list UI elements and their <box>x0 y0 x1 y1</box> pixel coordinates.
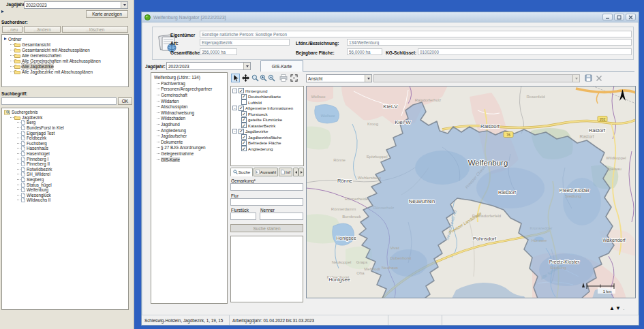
layer-item-row[interactable]: ✓Deutschlandkarte <box>231 94 303 100</box>
chevron-down-icon[interactable] <box>243 63 250 69</box>
print-button[interactable] <box>279 74 288 82</box>
tab-info[interactable]: Inf <box>279 168 292 176</box>
expand-box-icon[interactable]: - <box>232 106 237 110</box>
layer-checkbox[interactable]: ✓ <box>241 117 247 123</box>
result-tree-item[interactable]: SH_Wilderei <box>2 172 128 177</box>
tab-suche[interactable]: Suche <box>230 168 253 176</box>
flurstueck-input[interactable] <box>230 213 256 220</box>
nav-tree-item[interactable]: Dokumente <box>151 139 227 145</box>
nav-tree-item[interactable]: Wildschaden <box>151 116 227 122</box>
suche-starten-button[interactable]: Suche starten <box>230 224 303 232</box>
tab-scroll-right-button[interactable] <box>298 168 304 176</box>
result-tree-root[interactable]: Suchergebnis <box>2 110 128 115</box>
art-field[interactable] <box>200 39 290 46</box>
view-select-combo-disabled[interactable] <box>373 74 580 82</box>
layer-group-row[interactable]: -✓Jagdbezirke <box>231 129 303 135</box>
layer-item-row[interactable]: Luftbild <box>231 99 303 106</box>
nav-tree-item[interactable]: Gemeinschaft <box>151 92 227 98</box>
layer-group-row[interactable]: -✓Hintergrund <box>231 88 303 94</box>
maximize-button[interactable] <box>614 14 624 20</box>
arrow-up-icon[interactable]: ▲ <box>609 305 615 311</box>
flur-input[interactable] <box>230 198 303 206</box>
nav-tree-item[interactable]: Pachtvertrag <box>151 80 227 87</box>
result-tree-item[interactable]: Berg <box>2 120 128 125</box>
layer-item-row[interactable]: ✓Flurstueck <box>231 111 303 117</box>
result-tree-item[interactable]: Pinneberg I <box>2 156 128 161</box>
layer-item-row[interactable]: ✓geteilte Flurstücke <box>231 117 303 123</box>
nav-tree-item[interactable]: § 27 BJG Anordnungen <box>151 145 227 151</box>
full-extent-button[interactable] <box>290 74 298 82</box>
nav-tree-item[interactable]: Jagdaufseher <box>151 133 227 139</box>
aendern-button[interactable]: ...ändern <box>24 26 61 33</box>
folder-tree-item[interactable]: Alle Gemeinschaften mit Abschussplänen <box>2 58 128 63</box>
nav-tree-item[interactable]: GIS-Karte <box>151 157 227 163</box>
ansicht-combo[interactable]: Ansicht <box>306 74 372 82</box>
window-jagdjahr-combo[interactable]: 2022/2023 <box>166 62 251 70</box>
zoom-out-tool-button[interactable] <box>267 74 276 82</box>
folder-tree-item[interactable]: Alle Gemeinschaften <box>2 52 128 58</box>
layer-checkbox[interactable]: ✓ <box>241 94 247 99</box>
folder-tree-item[interactable]: Gesamtansicht mit Abschussplänen <box>2 47 128 52</box>
search-results-listbox[interactable] <box>230 236 303 302</box>
nav-tree-root[interactable]: Welfenburg (Lfdnr.: 134) <box>151 74 227 80</box>
chevron-down-icon[interactable] <box>365 75 371 82</box>
delete-view-button[interactable] <box>594 74 603 82</box>
record-nav-arrows[interactable]: ▲▼ . <box>609 305 625 311</box>
folder-tree-root[interactable]: Ordner <box>2 36 128 42</box>
sidebar-jagdjahr-combo[interactable]: 2022/2023 <box>24 1 128 9</box>
gesamtflaeche-field[interactable] <box>200 48 237 55</box>
pan-tool-button[interactable] <box>241 74 250 82</box>
neu-button[interactable]: ...neu <box>2 26 22 33</box>
layer-checkbox[interactable]: ✓ <box>239 129 244 134</box>
gis-map[interactable]: 20276 WellseeRaisdorferholzKroogRosenfel… <box>306 86 636 298</box>
layer-checkbox[interactable]: ✓ <box>241 146 247 151</box>
nenner-input[interactable] <box>260 213 303 220</box>
result-tree-item[interactable]: Rotwildbezirk <box>2 167 128 172</box>
bejagbare-field[interactable] <box>347 48 382 55</box>
result-tree-item[interactable]: Pinneberg II <box>2 161 128 167</box>
result-tree-item[interactable]: Fuchsberg <box>2 141 128 146</box>
layer-checkbox[interactable]: ✓ <box>241 123 247 128</box>
tab-auswahl[interactable]: Auswahl <box>254 168 278 176</box>
folder-tree-item[interactable]: Alle Jagdbezirke mit Abschussplänen <box>2 69 128 74</box>
nav-tree-item[interactable]: Abschussplan <box>151 104 227 110</box>
layer-checkbox[interactable]: ✓ <box>241 140 247 146</box>
nav-tree-item[interactable]: Wildarten <box>151 98 227 104</box>
result-tree-folder[interactable]: Jagdbezirk <box>2 115 128 121</box>
ok-button[interactable]: OK <box>118 97 132 105</box>
nav-tree-item[interactable]: Wildnachweisung <box>151 110 227 116</box>
nav-tree-item[interactable]: Jagdhund <box>151 121 227 127</box>
layer-item-row[interactable]: ✓Befriedete Fläche <box>231 140 303 146</box>
layer-checkbox[interactable]: ✓ <box>241 111 247 116</box>
tab-gis-karte[interactable]: GIS-Karte <box>260 60 303 72</box>
layer-checkbox[interactable]: ✓ <box>239 106 244 111</box>
loeschen-button[interactable]: ...löschen <box>62 26 128 33</box>
expand-box-icon[interactable]: - <box>232 129 237 134</box>
result-tree-item[interactable]: Status_hügel <box>2 182 128 187</box>
layer-checkbox[interactable] <box>241 99 247 105</box>
karte-anzeigen-button[interactable]: Karte anzeigen <box>86 10 128 18</box>
suchbegriff-input[interactable] <box>1 97 117 105</box>
nav-tree-item[interactable]: Personen/Ansprechpartner <box>151 87 227 93</box>
nav-tree-item[interactable]: Gelegeentnahme <box>151 151 227 157</box>
result-tree-item[interactable]: Hasenhügel <box>2 151 128 157</box>
result-tree-item[interactable]: Wiesenglück <box>2 193 128 198</box>
layer-group-row[interactable]: -✓Allgemeine Informationen <box>231 106 303 112</box>
result-tree-item[interactable]: Siegberg <box>2 177 128 183</box>
select-tool-button[interactable] <box>231 74 240 82</box>
result-tree-item[interactable]: Hasenhaus <box>2 146 128 151</box>
expand-box-icon[interactable]: - <box>232 89 237 93</box>
layer-item-row[interactable]: ✓Angliederung <box>231 146 303 152</box>
folder-tree-item[interactable]: Alle Jagdbezirke <box>2 63 128 69</box>
window-titlebar[interactable]: Welfenburg Navigator [2022/2023] <box>142 12 639 22</box>
eigentuemer-field[interactable] <box>200 31 632 37</box>
folder-tree-item[interactable]: Gesamtansicht <box>2 42 128 47</box>
kg-schluessel-field[interactable] <box>418 48 632 55</box>
tab-scroll-left-button[interactable] <box>293 168 298 176</box>
layer-item-row[interactable]: ✓Jagdbezirksfläche <box>231 134 303 140</box>
minimize-button[interactable] <box>602 14 613 20</box>
layer-item-row[interactable]: ✓KatasterBezirk <box>231 123 303 129</box>
nav-tree-item[interactable]: Angliederung <box>151 127 227 134</box>
result-tree-item[interactable]: BundesForst in Kiel <box>2 125 128 131</box>
result-tree-item[interactable]: Feldbezirk <box>2 136 128 141</box>
